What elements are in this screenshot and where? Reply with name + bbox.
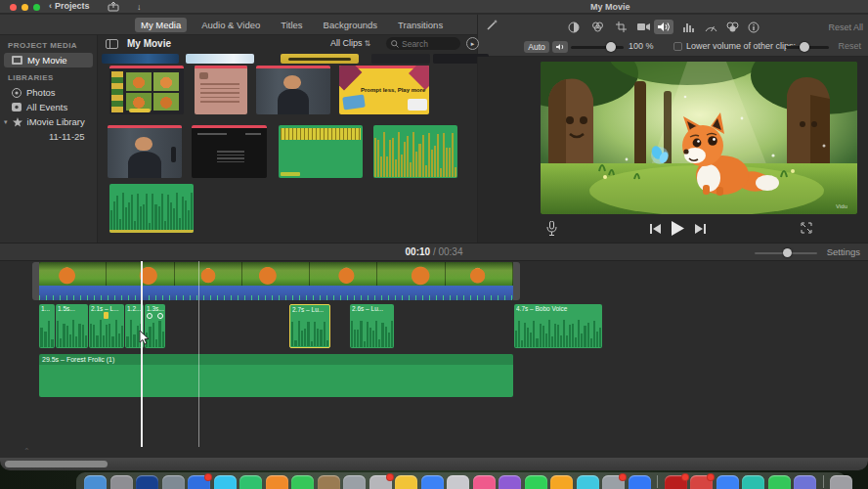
volume-icon[interactable] [654,20,673,34]
reset-all-button[interactable]: Reset All [828,22,863,32]
dock-app-icon[interactable] [447,475,469,489]
media-thumbnail-presenter[interactable] [256,66,330,114]
clip-info-icon[interactable] [744,20,763,34]
tab-backgrounds[interactable]: Backgrounds [318,18,383,32]
audio-clip[interactable]: 2.1s – L... [89,304,124,348]
dock-app-icon[interactable] [794,475,816,489]
tab-audio-video[interactable]: Audio & Video [195,18,266,32]
color-correction-icon[interactable] [587,20,607,34]
autoplay-circle-icon[interactable]: ▸ [466,37,479,50]
sidebar-item-photos[interactable]: Photos [0,85,97,100]
dock-app-icon[interactable] [768,475,791,489]
sidebar-item-all-events[interactable]: All Events [0,100,97,114]
media-thumbnail-editor[interactable] [109,66,184,114]
audio-clip[interactable]: 2.7s – Lu... [289,304,330,348]
close-window-button[interactable] [10,4,17,11]
dock-app-icon[interactable] [239,475,262,489]
fade-handle[interactable] [157,313,163,319]
minimize-window-button[interactable] [22,4,28,11]
tab-my-media[interactable]: My Media [135,18,187,32]
next-frame-button[interactable] [695,224,706,234]
lower-volume-slider-knob[interactable] [800,42,809,52]
stabilization-icon[interactable] [633,20,653,34]
timeline-zoom-knob[interactable] [783,248,792,257]
media-thumbnail-screen[interactable] [192,125,267,178]
media-thumbnail[interactable] [102,54,179,64]
dock-app-icon[interactable] [716,475,739,489]
chevron-down-icon[interactable]: ▾ [4,118,8,126]
dock-app-icon[interactable] [742,475,764,489]
color-balance-icon[interactable] [564,20,584,34]
noise-equalizer-icon[interactable] [679,20,699,34]
tab-transitions[interactable]: Transitions [392,18,449,32]
reset-button[interactable]: Reset [838,41,861,51]
crop-icon[interactable] [611,20,630,34]
dock-app-icon[interactable] [318,475,340,489]
share-icon[interactable] [108,2,119,12]
dock-app-icon[interactable] [690,475,713,489]
video-clip-filmstrip[interactable] [39,262,513,286]
effects-icon[interactable] [722,20,742,34]
search-field[interactable] [386,37,460,50]
tab-titles[interactable]: Titles [275,18,308,32]
sidebar-item-my-movie[interactable]: My Movie [4,53,93,67]
audio-clip[interactable]: 1... [39,304,55,348]
audio-clip[interactable]: 1.5s... [56,304,88,348]
dock-app-icon[interactable] [602,475,625,489]
speed-icon[interactable] [701,20,720,34]
media-thumbnail[interactable] [281,54,359,64]
dock-app-icon[interactable] [473,475,496,489]
dock-app-icon[interactable] [343,475,366,489]
dock-app-icon[interactable] [369,475,392,489]
audio-clip[interactable]: 4.7s – Bobo Voice [514,304,602,348]
sidebar-item-event-date[interactable]: 11-11-25 [0,129,97,144]
dock-app-icon[interactable] [395,475,417,489]
dock-app-icon[interactable] [214,475,237,489]
dock-app-icon[interactable] [665,475,687,489]
media-thumbnail-audio[interactable] [373,125,457,178]
dock-app-icon[interactable] [188,475,210,489]
sidebar-toggle-icon[interactable] [106,39,118,49]
sidebar-item-imovie-library[interactable]: ▾ iMovie Library [0,114,97,129]
skimmer-line[interactable] [141,261,143,447]
mute-button[interactable] [552,41,568,53]
dock-app-icon[interactable] [84,475,107,489]
media-thumbnail-prompt[interactable]: Prompt less, Play more [339,66,429,114]
media-thumbnail[interactable] [371,54,430,64]
zoom-window-button[interactable] [33,4,40,11]
fullscreen-icon[interactable] [801,222,812,234]
media-thumbnail-presenter[interactable] [108,125,182,178]
media-thumbnail[interactable] [186,54,254,64]
fade-handle[interactable] [147,313,152,319]
dock-app-icon[interactable] [525,475,547,489]
dock-app-icon[interactable] [291,475,314,489]
dock-app-icon[interactable] [499,475,521,489]
download-arrow-icon[interactable]: ↓ [137,2,142,12]
dock-app-icon[interactable] [162,475,185,489]
all-clips-dropdown[interactable]: All Clips⇅ [330,38,370,48]
viewer[interactable]: Vidu [541,62,857,214]
projects-back-button[interactable]: ‹Projects [49,1,90,11]
play-button[interactable] [671,221,684,236]
playhead[interactable] [198,261,199,447]
dock-app-icon[interactable] [577,475,599,489]
volume-slider-knob[interactable] [606,42,616,52]
dock-app-icon[interactable] [421,475,444,489]
dock-app-icon[interactable] [550,475,573,489]
horizontal-scrollbar[interactable] [5,461,108,467]
dock-app-icon[interactable] [110,475,133,489]
voiceover-mic-icon[interactable] [546,221,557,237]
media-thumbnail-audio[interactable] [279,125,363,178]
media-thumbnail-audio[interactable] [109,184,194,233]
audio-clip[interactable]: 2.6s – Lu... [350,304,394,348]
video-clip-audio-strip[interactable] [39,286,513,300]
dock-app-icon[interactable] [266,475,288,489]
lower-volume-checkbox[interactable] [673,42,682,51]
search-input[interactable] [402,39,453,49]
media-thumbnail-document[interactable] [195,66,247,114]
previous-frame-button[interactable] [650,224,661,234]
dock-app-icon[interactable] [629,475,651,489]
music-clip[interactable]: 29.5s – Forest Frolic (1) [39,354,513,397]
dock-app-icon[interactable] [830,475,852,489]
timeline-settings-button[interactable]: Settings [827,246,860,257]
